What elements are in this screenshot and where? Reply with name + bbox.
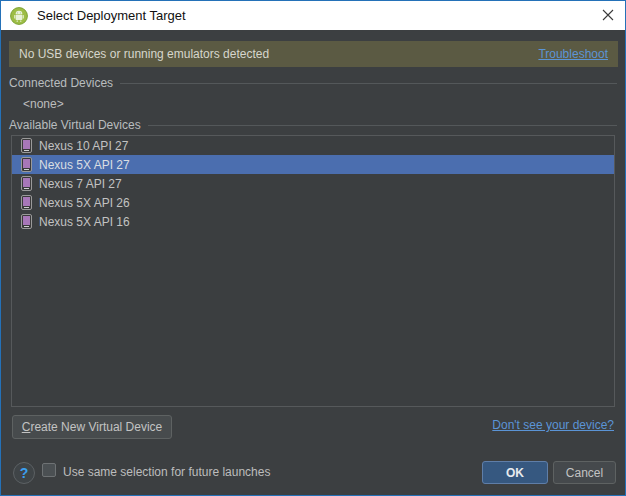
dialog-title: Select Deployment Target (37, 8, 186, 23)
device-row[interactable]: Nexus 7 API 27 (12, 174, 614, 193)
select-deployment-target-dialog: Select Deployment Target No USB devices … (0, 0, 626, 496)
device-row[interactable]: Nexus 5X API 27 (12, 155, 614, 174)
available-virtual-devices-label: Available Virtual Devices (9, 118, 141, 132)
banner-message: No USB devices or running emulators dete… (19, 47, 269, 61)
close-button[interactable] (591, 1, 625, 29)
help-button[interactable]: ? (13, 462, 35, 484)
phone-icon (21, 214, 32, 229)
device-list: Nexus 10 API 27 Nexus 5X API 27 Nexus 7 … (11, 135, 615, 407)
ok-button[interactable]: OK (482, 461, 548, 484)
help-icon: ? (20, 465, 29, 481)
connected-devices-header: Connected Devices (9, 76, 617, 90)
phone-icon (21, 138, 32, 153)
device-row[interactable]: Nexus 5X API 26 (12, 193, 614, 212)
device-name: Nexus 5X API 16 (39, 215, 130, 229)
no-devices-banner: No USB devices or running emulators dete… (9, 41, 618, 67)
device-name: Nexus 7 API 27 (39, 177, 122, 191)
troubleshoot-link[interactable]: Troubleshoot (538, 47, 608, 61)
device-name: Nexus 5X API 26 (39, 196, 130, 210)
device-name: Nexus 10 API 27 (39, 139, 128, 153)
available-virtual-devices-header: Available Virtual Devices (9, 118, 617, 132)
phone-icon (21, 195, 32, 210)
use-same-selection-checkbox[interactable] (42, 463, 56, 477)
device-row[interactable]: Nexus 10 API 27 (12, 136, 614, 155)
close-icon (602, 9, 614, 21)
titlebar: Select Deployment Target (1, 1, 625, 30)
device-row[interactable]: Nexus 5X API 16 (12, 212, 614, 231)
phone-icon (21, 176, 32, 191)
connected-devices-label: Connected Devices (9, 76, 113, 90)
dont-see-device-link[interactable]: Don't see your device? (492, 418, 614, 432)
separator (148, 125, 617, 126)
device-name: Nexus 5X API 27 (39, 158, 130, 172)
android-studio-icon (10, 7, 28, 25)
cancel-button[interactable]: Cancel (553, 461, 616, 484)
phone-icon (21, 157, 32, 172)
create-new-virtual-device-button[interactable]: Create New Virtual Device (12, 415, 172, 439)
connected-devices-none: <none> (23, 97, 64, 111)
use-same-selection-label: Use same selection for future launches (63, 465, 270, 479)
separator (120, 83, 617, 84)
